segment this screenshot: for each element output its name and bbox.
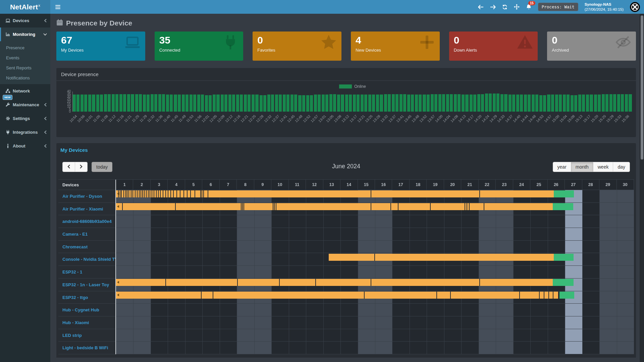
device-link[interactable]: Hub - Xiaomi (58, 316, 115, 329)
device-link[interactable]: Hub - Cygnet Hub (58, 304, 115, 316)
device-link[interactable]: ESP32 - 1 (58, 266, 115, 279)
offline-gap (127, 190, 127, 197)
sidebar-item-maintenance[interactable]: NEWMaintenance (0, 98, 50, 112)
sidebar-toggle-icon[interactable] (50, 0, 65, 14)
user-avatar[interactable] (630, 2, 640, 12)
device-link[interactable]: LED strip (58, 329, 115, 342)
presence-bar-online[interactable] (116, 279, 553, 286)
chart-bar-group (112, 92, 119, 112)
sidebar-item-devices[interactable]: Devices (0, 14, 50, 27)
legend-swatch-online (339, 84, 352, 88)
x-tick-label: 12:09 (216, 114, 225, 123)
presence-bar-online[interactable] (329, 254, 554, 261)
day-header-cell: 4 (168, 180, 185, 190)
x-tick-label: 11:36 (154, 114, 163, 123)
scrollbar-thumb[interactable] (641, 15, 643, 160)
device-link[interactable]: Air Purifier - Xiaomi (58, 203, 115, 216)
x-tick-label: 14:44 (520, 114, 529, 123)
device-link[interactable]: Light - bedside B WiFi (58, 342, 115, 354)
back-arrow-icon[interactable] (478, 5, 484, 9)
forward-arrow-icon[interactable] (490, 5, 496, 9)
chart-bar-group (617, 92, 625, 112)
x-tick-label: 14:29 (489, 114, 498, 123)
calendar-view-month-button[interactable]: month (571, 162, 593, 172)
calendar-view-week-button[interactable]: week (593, 162, 613, 172)
submenu-item-sent-reports[interactable]: Sent Reports (0, 63, 50, 73)
timeline-row (116, 228, 634, 241)
navbar: 15 Process: Wait Synology-NAS (27/06/202… (50, 0, 644, 14)
chart-bar-group (407, 92, 415, 112)
offline-gap (465, 203, 465, 210)
presence-bar-online[interactable] (116, 292, 558, 299)
day-header-cell: 16 (375, 180, 392, 190)
app-logo[interactable]: NetAlertx (0, 0, 50, 14)
chart-bar-group (322, 92, 329, 112)
presence-bar-online-now[interactable] (554, 254, 574, 261)
calendar-toolbar: today June 2024 yearmonthweekday (58, 162, 634, 172)
x-tick-label: 14:53 (535, 114, 544, 123)
chart-bar-group (423, 92, 430, 112)
refresh-icon[interactable] (502, 4, 507, 10)
chart-bar-group (127, 92, 135, 112)
chart-x-axis: 10:5410:5611:0111:0511:0811:1211:1611:21… (72, 112, 633, 136)
gear-icon (5, 116, 13, 121)
chart-bar-group (135, 92, 143, 112)
device-link[interactable]: Camera - E1 (58, 228, 115, 241)
day-header-cell: 14 (340, 180, 358, 190)
offline-gap (142, 190, 143, 197)
star-icon (321, 34, 337, 52)
calendar-view-year-button[interactable]: year (553, 162, 571, 172)
offline-gap (450, 292, 451, 299)
x-tick-label: 14:04 (442, 114, 451, 123)
card-connected[interactable]: 35Connected (155, 32, 244, 61)
presence-bar-online[interactable] (116, 190, 554, 197)
submenu-item-notifications[interactable]: Notifications (0, 73, 50, 83)
timeline-row (116, 316, 634, 329)
sidebar-item-about[interactable]: About (0, 139, 50, 153)
card-archived[interactable]: 0Archived (547, 32, 636, 61)
process-status-pill[interactable]: Process: Wait (538, 3, 578, 11)
presence-bar-online-now[interactable] (554, 190, 574, 197)
calendar-icon (56, 19, 63, 27)
presence-bar-online-now[interactable] (553, 279, 574, 286)
day-header-cell: 12 (306, 180, 323, 190)
device-link[interactable]: android-68608b93a00e4 (58, 215, 115, 228)
x-tick-label: 14:37 (504, 114, 513, 123)
calendar-view-day-button[interactable]: day (613, 162, 630, 172)
timeline-row (116, 253, 634, 266)
submenu-item-presence[interactable]: Presence (0, 43, 50, 53)
offline-gap (242, 203, 243, 210)
device-link[interactable]: Air Purifier - Dyson (58, 190, 115, 203)
x-tick-label: 15:33 (613, 114, 622, 123)
host-name: Synology-NAS (585, 2, 624, 7)
move-icon[interactable] (514, 4, 520, 10)
presence-bar-online-now[interactable] (559, 292, 575, 299)
card-favorites[interactable]: 0Favorites (253, 32, 341, 61)
host-timestamp: (27/06/2024, 15:40:15) (585, 7, 624, 12)
sidebar-item-monitoring[interactable]: Monitoring (0, 27, 50, 41)
card-new-devices[interactable]: 4New Devices (351, 32, 440, 61)
day-header-cell: 27 (565, 180, 582, 190)
notifications-bell-icon[interactable]: 15 (526, 4, 532, 10)
x-tick-label: 12:48 (294, 114, 303, 123)
submenu-item-events[interactable]: Events (0, 53, 50, 63)
chart-bar-group (438, 92, 446, 112)
x-tick-label: 11:25 (131, 114, 140, 123)
card-down-alerts[interactable]: 0Down Alerts (449, 32, 538, 61)
chart-bar-group (174, 92, 181, 112)
card-my-devices[interactable]: 67My Devices (56, 32, 145, 61)
presence-bar-online[interactable] (116, 203, 553, 210)
x-tick-label: 14:20 (473, 114, 482, 123)
device-link[interactable]: ESP32 - 1n - Laser Toy (58, 279, 115, 291)
x-tick-label: 11:16 (115, 114, 124, 123)
sidebar-item-settings[interactable]: Settings (0, 112, 50, 125)
sidebar-item-integrations[interactable]: Integrations (0, 125, 50, 139)
presence-bar-online-now[interactable] (553, 203, 573, 210)
page-scrollbar (640, 14, 644, 362)
chart-bar-group (329, 92, 337, 112)
chart-legend[interactable]: Online (72, 83, 633, 90)
device-link[interactable]: Console - Nvidia Shield TV (58, 253, 115, 266)
chart-bar-group (213, 92, 220, 112)
device-link[interactable]: Chromecast (58, 241, 115, 253)
device-link[interactable]: ESP32 - ttgo (58, 291, 115, 304)
